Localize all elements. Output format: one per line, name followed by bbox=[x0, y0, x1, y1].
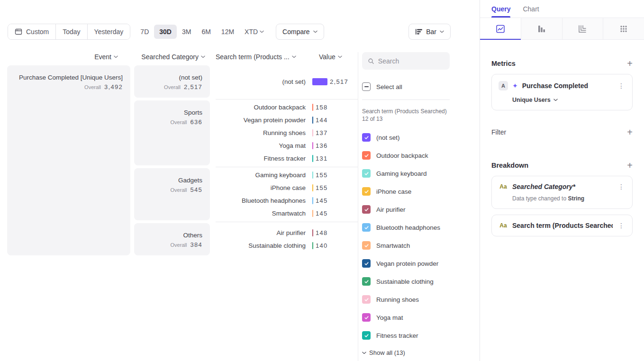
legend-item[interactable]: Smartwatch bbox=[362, 241, 472, 250]
series-checkbox[interactable] bbox=[362, 241, 371, 250]
event-card[interactable]: Purchase Completed [Unique Users] Overal… bbox=[7, 65, 130, 255]
compare-label: Compare bbox=[282, 28, 310, 36]
date-range-7d[interactable]: 7D bbox=[135, 25, 154, 39]
term-label: (not set) bbox=[216, 78, 312, 85]
legend-item[interactable]: Bluetooth headphones bbox=[362, 223, 472, 232]
term-row[interactable]: Sustainable clothing140 bbox=[216, 239, 358, 252]
legend-item[interactable]: Yoga mat bbox=[362, 313, 472, 322]
chevron-down-icon bbox=[440, 30, 444, 33]
term-label: Bluetooth headphones bbox=[216, 197, 312, 204]
legend-item[interactable]: Sustainable clothing bbox=[362, 277, 472, 286]
legend-item[interactable]: Gaming keyboard bbox=[362, 169, 472, 178]
series-checkbox[interactable] bbox=[362, 295, 371, 304]
term-row[interactable]: Yoga mat136 bbox=[216, 139, 358, 152]
legend-item[interactable]: iPhone case bbox=[362, 187, 472, 196]
series-checkbox[interactable] bbox=[362, 277, 371, 286]
date-preset-today[interactable]: Today bbox=[55, 24, 87, 39]
measure-dropdown[interactable]: Unique Users bbox=[499, 97, 626, 103]
term-row[interactable]: (not set)2,517 bbox=[216, 75, 358, 88]
term-row[interactable]: Fitness tracker131 bbox=[216, 152, 358, 165]
date-range-xtd[interactable]: XTD bbox=[239, 25, 269, 39]
compare-button[interactable]: Compare bbox=[276, 24, 324, 40]
term-value: 140 bbox=[316, 242, 328, 249]
add-metric-button[interactable]: + bbox=[627, 59, 633, 68]
search-input[interactable] bbox=[378, 57, 444, 65]
column-header-value[interactable]: Value bbox=[312, 53, 358, 61]
column-header-label: Search term (Products ... bbox=[216, 53, 290, 61]
term-row[interactable]: Air purifier148 bbox=[216, 226, 358, 239]
metric-card[interactable]: A ✦ Purchase Completed ⋮ Unique Users bbox=[491, 74, 633, 110]
category-card[interactable]: SportsOverall636 bbox=[134, 100, 210, 165]
date-range-3m[interactable]: 3M bbox=[177, 25, 196, 39]
add-breakdown-button[interactable]: + bbox=[627, 161, 633, 170]
check-icon bbox=[364, 207, 369, 212]
chevron-down-icon bbox=[313, 30, 317, 33]
tab-query[interactable]: Query bbox=[491, 0, 510, 18]
term-value-cell: 136 bbox=[312, 142, 358, 149]
chart-type-button[interactable]: Bar bbox=[408, 24, 451, 40]
add-filter-button[interactable]: + bbox=[627, 127, 633, 137]
legend-item[interactable]: Vegan protein powder bbox=[362, 259, 472, 268]
report-tab-flows[interactable] bbox=[603, 18, 644, 39]
category-card[interactable]: GadgetsOverall545 bbox=[134, 168, 210, 220]
category-card[interactable]: (not set)Overall2,517 bbox=[134, 65, 210, 98]
term-row[interactable]: Smartwatch145 bbox=[216, 207, 358, 220]
select-all-checkbox[interactable] bbox=[362, 82, 371, 91]
chevron-down-icon bbox=[553, 99, 558, 101]
term-row[interactable]: Running shoes137 bbox=[216, 126, 358, 139]
term-label: iPhone case bbox=[216, 184, 312, 191]
breakdown-card[interactable]: AaSearched Category*⋮Data type changed t… bbox=[491, 176, 633, 209]
chevron-down-icon bbox=[292, 55, 296, 58]
report-tab-insights[interactable] bbox=[480, 18, 521, 39]
report-tab-funnels[interactable] bbox=[521, 18, 562, 39]
term-row[interactable]: iPhone case155 bbox=[216, 181, 358, 194]
table-header-row: Event Searched Category Search term (Pro… bbox=[7, 52, 358, 62]
date-range-12m[interactable]: 12M bbox=[216, 25, 239, 39]
date-range-6m[interactable]: 6M bbox=[196, 25, 216, 39]
group-separator bbox=[216, 99, 358, 99]
series-checkbox[interactable] bbox=[362, 133, 371, 142]
series-checkbox[interactable] bbox=[362, 169, 371, 178]
term-row[interactable]: Vegan protein powder144 bbox=[216, 114, 358, 126]
legend-item[interactable]: Running shoes bbox=[362, 295, 472, 304]
series-checkbox[interactable] bbox=[362, 331, 371, 340]
legend-item[interactable]: (not set) bbox=[362, 133, 472, 142]
tab-chart[interactable]: Chart bbox=[523, 0, 539, 18]
series-checkbox[interactable] bbox=[362, 313, 371, 322]
legend-item[interactable]: Fitness tracker bbox=[362, 331, 472, 340]
metric-kebab-icon[interactable]: ⋮ bbox=[617, 82, 626, 90]
breakdown-kebab-icon[interactable]: ⋮ bbox=[617, 183, 626, 190]
select-all-row[interactable]: Select all bbox=[362, 82, 472, 91]
date-preset-yesterday[interactable]: Yesterday bbox=[87, 24, 130, 39]
column-header-search-term[interactable]: Search term (Products ... bbox=[216, 53, 312, 61]
custom-date-button[interactable]: Custom bbox=[8, 24, 55, 39]
legend-item[interactable]: Air purifier bbox=[362, 205, 472, 214]
term-row[interactable]: Outdoor backpack158 bbox=[216, 101, 358, 114]
category-overall: Overall636 bbox=[134, 118, 202, 126]
breakdown-card[interactable]: AaSearch term (Products Searched)⋮ bbox=[491, 215, 633, 236]
term-value-cell: 2,517 bbox=[312, 78, 358, 85]
term-row[interactable]: Bluetooth headphones145 bbox=[216, 194, 358, 207]
breakdown-name: Searched Category* bbox=[512, 183, 613, 190]
series-checkbox[interactable] bbox=[362, 151, 371, 160]
term-row[interactable]: Gaming keyboard155 bbox=[216, 169, 358, 181]
term-value-cell: 137 bbox=[312, 129, 358, 136]
breakdown-row: AaSearched Category*⋮ bbox=[499, 183, 626, 190]
series-checkbox[interactable] bbox=[362, 187, 371, 196]
column-header-event[interactable]: Event bbox=[7, 53, 130, 61]
flows-icon bbox=[619, 24, 628, 34]
breakdown-kebab-icon[interactable]: ⋮ bbox=[617, 222, 626, 229]
search-box[interactable] bbox=[362, 52, 450, 70]
series-checkbox[interactable] bbox=[362, 205, 371, 214]
group-separator bbox=[216, 222, 358, 222]
series-checkbox[interactable] bbox=[362, 223, 371, 232]
category-card[interactable]: OthersOverall384 bbox=[134, 223, 210, 255]
show-all-link[interactable]: Show all (13) bbox=[362, 349, 472, 356]
legend-item[interactable]: Outdoor backpack bbox=[362, 151, 472, 160]
series-checkbox[interactable] bbox=[362, 259, 371, 268]
event-name: Purchase Completed [Unique Users] bbox=[7, 74, 123, 81]
show-all-label: Show all (13) bbox=[369, 349, 405, 356]
report-tab-retention[interactable] bbox=[562, 18, 603, 39]
date-range-30d[interactable]: 30D bbox=[154, 25, 177, 39]
column-header-category[interactable]: Searched Category bbox=[134, 53, 210, 61]
